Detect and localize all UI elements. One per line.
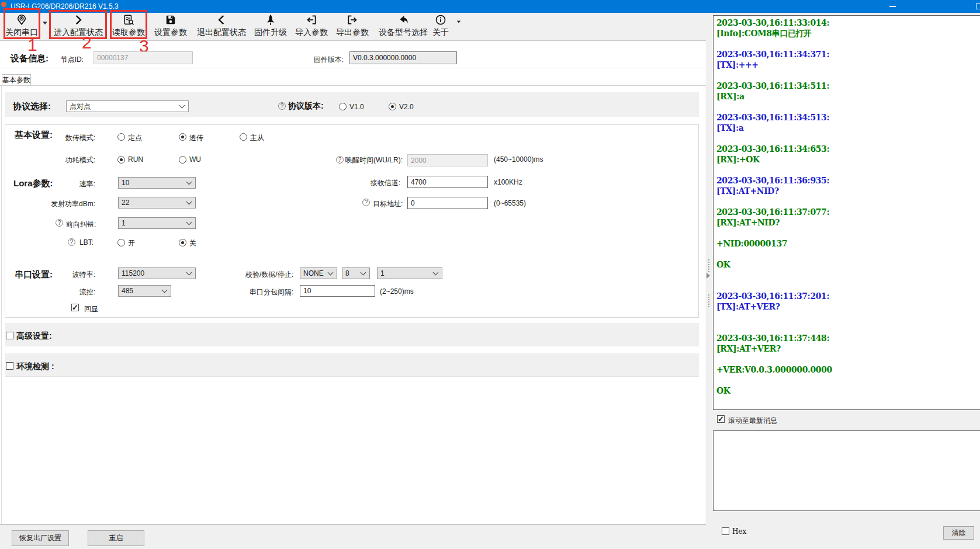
log-line: [TX]:AT+NID? xyxy=(716,186,980,196)
baud-value: 115200 xyxy=(122,269,144,277)
lbt-off-label: 关 xyxy=(189,238,196,248)
help-icon[interactable]: ? xyxy=(68,238,75,246)
splitter-grip-dot xyxy=(708,294,709,296)
target-addr-hint: (0~65535) xyxy=(494,199,526,207)
hex-checkbox[interactable] xyxy=(722,527,729,535)
help-icon[interactable]: ? xyxy=(336,156,344,164)
protocol-v2-radio[interactable] xyxy=(389,103,396,110)
log-line: [RX]:+OK xyxy=(716,154,980,165)
parity-label: 校验/数据/停止: xyxy=(235,270,293,280)
app-window: USR-LG206/DR206/DR216 V1.5.3 基本参数 关闭串口进入… xyxy=(0,0,980,549)
pane-border-left xyxy=(1,86,2,524)
mode-master-radio[interactable] xyxy=(240,133,247,141)
log-line: 2023-03-30,16:11:34:653: xyxy=(716,144,980,154)
echo-label: 回显 xyxy=(84,304,98,314)
splitter-arrow-icon[interactable] xyxy=(707,273,710,279)
log-line xyxy=(716,133,980,144)
mode-master-label: 主从 xyxy=(250,133,264,143)
log-line: +NID:00000137 xyxy=(716,238,980,249)
log-line xyxy=(716,196,980,207)
help-icon[interactable]: ? xyxy=(278,102,286,110)
protocol-select-value: 点对点 xyxy=(70,102,91,112)
minimize-button[interactable] xyxy=(889,6,896,7)
firmware-upgrade-icon xyxy=(265,14,276,26)
toolbar-button-exit-config[interactable]: 退出配置状态 xyxy=(195,14,248,40)
parity-combo[interactable]: NONE xyxy=(300,267,337,279)
environment-bar xyxy=(5,353,699,377)
target-addr-label: 目标地址: xyxy=(373,199,403,209)
protocol-v1-label: V1.0 xyxy=(349,103,364,111)
toolbar-button-label: 退出配置状态 xyxy=(197,27,246,38)
log-line: 2023-03-30,16:11:37:201: xyxy=(716,291,980,301)
log-line: OK xyxy=(716,259,980,270)
log-line xyxy=(716,375,980,385)
channel-label: 接收信道: xyxy=(354,178,400,188)
divider-line xyxy=(0,68,706,68)
toolbar-button-label: 导出参数 xyxy=(336,27,369,38)
node-id-input[interactable]: 00000137 xyxy=(94,51,193,64)
databits-value: 8 xyxy=(345,269,349,277)
power-wu-radio[interactable] xyxy=(179,156,186,164)
stopbits-combo[interactable]: 1 xyxy=(377,267,442,279)
mode-transparent-radio[interactable] xyxy=(179,133,186,141)
log-line: 2023-03-30,16:11:34:513: xyxy=(716,112,980,123)
tab-basic-params[interactable]: 基本参数 xyxy=(2,74,31,86)
mode-fixed-radio[interactable] xyxy=(117,133,125,141)
channel-hint: x100KHz xyxy=(494,178,522,186)
rate-combo[interactable]: 10 xyxy=(118,177,196,189)
firmware-version-input[interactable]: V0.0.3.000000.0000 xyxy=(349,51,457,64)
tx-power-combo[interactable]: 22 xyxy=(118,197,196,209)
power-wu-label: WU xyxy=(189,155,201,164)
databits-combo[interactable]: 8 xyxy=(342,267,370,279)
restart-button[interactable]: 重启 xyxy=(88,530,144,546)
log-line: [Info]:COM8串口已打开 xyxy=(716,28,980,39)
splitter-grip-dot xyxy=(708,266,709,267)
protocol-select-combo[interactable]: 点对点 xyxy=(66,100,189,112)
interval-input[interactable]: 10 xyxy=(300,285,375,297)
toolbar-button-import-params[interactable]: 导入参数 xyxy=(294,14,329,40)
firmware-version-label: 固件版本: xyxy=(306,55,344,65)
help-icon[interactable]: ? xyxy=(56,219,63,227)
lbt-off-radio[interactable] xyxy=(179,239,186,246)
fec-combo[interactable]: 1 xyxy=(118,217,196,229)
power-run-radio[interactable] xyxy=(117,156,125,164)
node-id-label: 节点ID: xyxy=(49,55,84,65)
toolbar-button-about[interactable]: 关于 xyxy=(432,14,449,40)
about-dropdown-caret[interactable] xyxy=(457,21,460,23)
flow-combo[interactable]: 485 xyxy=(118,285,171,297)
target-addr-input[interactable]: 0 xyxy=(407,197,488,209)
clear-button[interactable]: 清除 xyxy=(943,526,974,540)
lbt-on-radio[interactable] xyxy=(117,239,125,246)
baud-combo[interactable]: 115200 xyxy=(118,267,196,279)
help-icon[interactable]: ? xyxy=(362,199,370,206)
log-line xyxy=(716,165,980,175)
factory-reset-button[interactable]: 恢复出厂设置 xyxy=(12,530,69,546)
log-line: [TX]:AT+VER? xyxy=(716,301,980,312)
log-line: 2023-03-30,16:11:33:014: xyxy=(716,18,980,28)
wake-time-input[interactable]: 2000 xyxy=(407,154,488,166)
log-output[interactable]: 2023-03-30,16:11:33:014:[Info]:COM8串口已打开… xyxy=(713,15,980,410)
channel-input[interactable]: 4700 xyxy=(407,176,488,188)
toolbar-button-label: 设备型号选择 xyxy=(379,27,428,38)
log-line: 2023-03-30,16:11:34:511: xyxy=(716,81,980,91)
toolbar-button-device-model[interactable]: 设备型号选择 xyxy=(376,14,431,40)
chevron-down-icon xyxy=(361,270,366,276)
maximize-button[interactable] xyxy=(976,4,980,9)
environment-checkbox[interactable] xyxy=(6,362,13,370)
echo-checkbox[interactable] xyxy=(71,304,79,311)
advanced-label: 高级设置: xyxy=(16,331,52,342)
advanced-checkbox[interactable] xyxy=(6,332,13,339)
splitter-grip-dot xyxy=(708,297,709,298)
toolbar-button-export-params[interactable]: 导出参数 xyxy=(335,14,370,40)
send-input-area[interactable] xyxy=(713,430,980,511)
export-params-icon xyxy=(347,14,358,26)
protocol-version-label: 协议版本: xyxy=(288,101,324,112)
toolbar-button-save-params[interactable]: 设置参数 xyxy=(153,14,188,40)
scroll-latest-checkbox[interactable] xyxy=(717,415,725,423)
device-model-icon xyxy=(397,14,409,26)
log-line xyxy=(716,249,980,259)
serial-port-dropdown-caret[interactable] xyxy=(43,22,47,25)
protocol-v1-radio[interactable] xyxy=(339,103,347,110)
toolbar-button-firmware-upgrade[interactable]: 固件升级 xyxy=(253,14,288,40)
baud-label: 波特率: xyxy=(66,270,95,280)
